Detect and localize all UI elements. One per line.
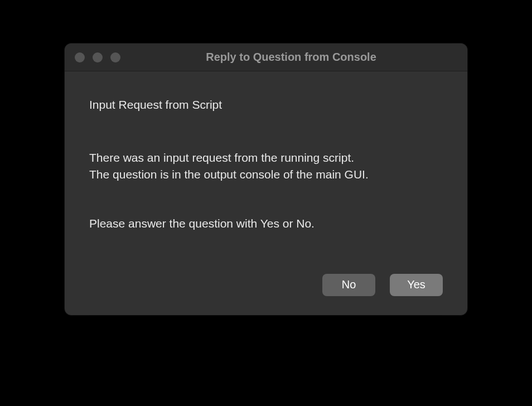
body-line-2: The question is in the output console of… xyxy=(89,166,443,183)
no-button[interactable]: No xyxy=(322,274,375,296)
minimize-icon[interactable] xyxy=(93,52,103,62)
titlebar: Reply to Question from Console xyxy=(65,44,467,71)
traffic-lights xyxy=(75,52,120,62)
window-title: Reply to Question from Console xyxy=(65,51,467,64)
dialog-window: Reply to Question from Console Input Req… xyxy=(65,44,467,315)
maximize-icon[interactable] xyxy=(110,52,120,62)
close-icon[interactable] xyxy=(75,52,85,62)
dialog-body: There was an input request from the runn… xyxy=(89,149,443,183)
body-line-1: There was an input request from the runn… xyxy=(89,149,443,166)
dialog-heading: Input Request from Script xyxy=(89,98,443,112)
dialog-content: Input Request from Script There was an i… xyxy=(65,71,467,315)
dialog-instruction: Please answer the question with Yes or N… xyxy=(89,217,443,230)
button-row: No Yes xyxy=(89,274,443,296)
yes-button[interactable]: Yes xyxy=(390,274,443,296)
